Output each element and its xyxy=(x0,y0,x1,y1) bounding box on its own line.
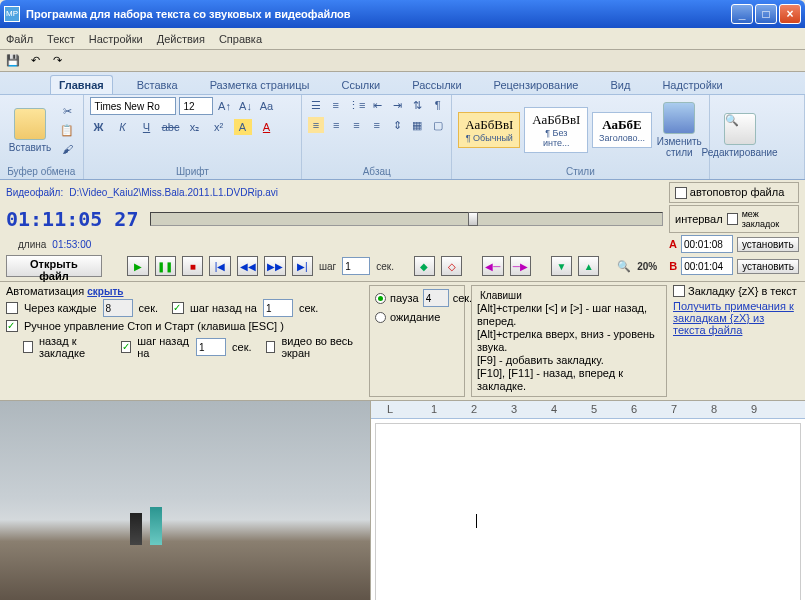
vol-up-button[interactable]: ▲ xyxy=(578,256,599,276)
set-b-button[interactable]: установить xyxy=(737,259,799,274)
play-button[interactable]: ▶ xyxy=(127,256,148,276)
copy-icon[interactable]: 📋 xyxy=(58,122,76,138)
tab-links[interactable]: Ссылки xyxy=(333,76,388,94)
sort-icon[interactable]: ⇅ xyxy=(410,97,425,113)
format-painter-icon[interactable]: 🖌 xyxy=(58,141,76,157)
menu-settings[interactable]: Настройки xyxy=(89,33,143,45)
manual-checkbox[interactable] xyxy=(6,320,18,332)
font-size-dropdown[interactable]: 12 xyxy=(179,97,213,115)
menu-actions[interactable]: Действия xyxy=(157,33,205,45)
change-styles-button[interactable]: Изменить стили xyxy=(656,102,703,158)
stepback2-input[interactable] xyxy=(196,338,226,356)
skip-fwd-button[interactable]: ▶| xyxy=(292,256,313,276)
marker-b-time[interactable] xyxy=(681,257,733,275)
bullets-icon[interactable]: ☰ xyxy=(308,97,323,113)
pause-button[interactable]: ❚❚ xyxy=(155,256,176,276)
ribbon-tabs: Главная Вставка Разметка страницы Ссылки… xyxy=(0,72,805,94)
stop-button[interactable]: ■ xyxy=(182,256,203,276)
align-right-icon[interactable]: ≡ xyxy=(349,117,364,133)
marker-b-label: B xyxy=(669,260,677,272)
marker-a-time[interactable] xyxy=(681,235,733,253)
autorepeat-checkbox[interactable] xyxy=(675,187,687,199)
video-frame[interactable] xyxy=(0,401,370,600)
stepback-checkbox[interactable] xyxy=(172,302,184,314)
align-left-icon[interactable]: ≡ xyxy=(308,117,323,133)
pause-input[interactable] xyxy=(423,289,449,307)
tab-review[interactable]: Рецензирование xyxy=(486,76,587,94)
menu-file[interactable]: Файл xyxy=(6,33,33,45)
stepback2-checkbox[interactable] xyxy=(121,341,131,353)
borders-icon[interactable]: ▢ xyxy=(430,117,445,133)
font-color-icon[interactable]: A xyxy=(258,119,276,135)
menu-help[interactable]: Справка xyxy=(219,33,262,45)
text-editor[interactable] xyxy=(375,423,801,600)
filepath: D:\Video_Kaiu2\Miss.Bala.2011.L1.DVDRip.… xyxy=(69,187,278,198)
position-thumb[interactable] xyxy=(468,212,478,226)
style-ordinary[interactable]: АаБбВвІ ¶ Обычный xyxy=(458,112,520,148)
bookmark-to-text-checkbox[interactable] xyxy=(673,285,685,297)
pause-radio[interactable] xyxy=(375,293,386,304)
subscript-icon[interactable]: x₂ xyxy=(186,119,204,135)
shading-icon[interactable]: ▦ xyxy=(410,117,425,133)
clear-format-icon[interactable]: Aa xyxy=(258,98,276,114)
hide-automation-link[interactable]: скрыть xyxy=(87,286,123,297)
get-notes-link[interactable]: Получить примечания к закладкам {zX} из … xyxy=(673,300,799,336)
editing-button[interactable]: 🔍 Редактирование xyxy=(716,113,764,158)
show-marks-icon[interactable]: ¶ xyxy=(430,97,445,113)
shrink-font-icon[interactable]: A↓ xyxy=(237,98,255,114)
menu-text[interactable]: Текст xyxy=(47,33,75,45)
superscript-icon[interactable]: x² xyxy=(210,119,228,135)
tab-insert[interactable]: Вставка xyxy=(129,76,186,94)
italic-icon[interactable]: К xyxy=(114,119,132,135)
between-bookmarks-checkbox[interactable] xyxy=(727,213,738,225)
timecode: 01:11:05 27 xyxy=(6,207,138,231)
tab-view[interactable]: Вид xyxy=(603,76,639,94)
bookmark-add-button[interactable]: ◆ xyxy=(414,256,435,276)
bold-icon[interactable]: Ж xyxy=(90,119,108,135)
ruler[interactable]: L 12 34 56 78 9 xyxy=(371,401,805,419)
set-a-button[interactable]: установить xyxy=(737,237,799,252)
tab-layout[interactable]: Разметка страницы xyxy=(202,76,318,94)
vol-down-button[interactable]: ▼ xyxy=(551,256,572,276)
cut-icon[interactable]: ✂ xyxy=(58,103,76,119)
save-icon[interactable]: 💾 xyxy=(4,52,22,70)
every-checkbox[interactable] xyxy=(6,302,18,314)
waiting-radio[interactable] xyxy=(375,312,386,323)
maximize-button[interactable]: □ xyxy=(755,4,777,24)
position-slider[interactable] xyxy=(150,212,663,226)
multilevel-icon[interactable]: ⋮≡ xyxy=(348,97,365,113)
next-mark-button[interactable]: ─▶ xyxy=(510,256,531,276)
step-input[interactable] xyxy=(342,257,370,275)
strike-icon[interactable]: abc xyxy=(162,119,180,135)
prev-mark-button[interactable]: ◀─ xyxy=(482,256,503,276)
grow-font-icon[interactable]: A↑ xyxy=(216,98,234,114)
underline-icon[interactable]: Ч xyxy=(138,119,156,135)
rewind-button[interactable]: ◀◀ xyxy=(237,256,258,276)
font-name-dropdown[interactable]: Times New Ro xyxy=(90,97,176,115)
numbering-icon[interactable]: ≡ xyxy=(328,97,343,113)
paste-button[interactable]: Вставить xyxy=(6,108,54,153)
stepback-input[interactable] xyxy=(263,299,293,317)
style-nospacing[interactable]: АаБбВвІ ¶ Без инте... xyxy=(524,107,588,153)
redo-icon[interactable]: ↷ xyxy=(48,52,66,70)
fullscreen-checkbox[interactable] xyxy=(266,341,276,353)
close-button[interactable]: × xyxy=(779,4,801,24)
undo-icon[interactable]: ↶ xyxy=(26,52,44,70)
minimize-button[interactable]: _ xyxy=(731,4,753,24)
forward-button[interactable]: ▶▶ xyxy=(264,256,285,276)
open-file-button[interactable]: Открыть файл xyxy=(6,255,102,277)
tab-addins[interactable]: Надстройки xyxy=(654,76,730,94)
outdent-icon[interactable]: ⇤ xyxy=(371,97,386,113)
tab-home[interactable]: Главная xyxy=(50,75,113,94)
tab-mailings[interactable]: Рассылки xyxy=(404,76,469,94)
indent-icon[interactable]: ⇥ xyxy=(390,97,405,113)
style-heading[interactable]: АаБбЕ Заголово... xyxy=(592,112,652,148)
justify-icon[interactable]: ≡ xyxy=(369,117,384,133)
skip-back-button[interactable]: |◀ xyxy=(209,256,230,276)
bookmark-del-button[interactable]: ◇ xyxy=(441,256,462,276)
highlight-icon[interactable]: A xyxy=(234,119,252,135)
align-center-icon[interactable]: ≡ xyxy=(329,117,344,133)
back-to-bookmark-checkbox[interactable] xyxy=(23,341,33,353)
line-spacing-icon[interactable]: ⇕ xyxy=(389,117,404,133)
every-input[interactable] xyxy=(103,299,133,317)
